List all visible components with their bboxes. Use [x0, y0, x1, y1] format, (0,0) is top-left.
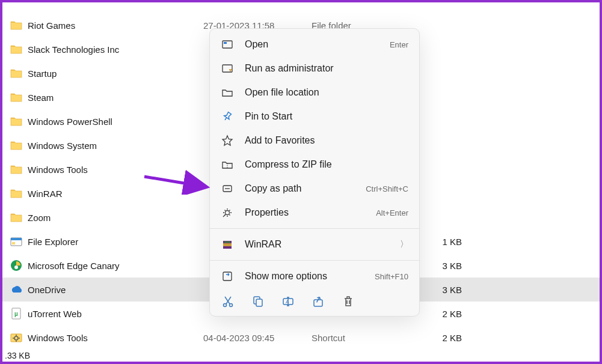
file-name: Windows PowerShell: [23, 117, 203, 127]
menu-item-winrar[interactable]: WinRAR 〉: [210, 232, 419, 256]
menu-label: Open: [234, 39, 390, 50]
menu-item-pin-to-start[interactable]: Pin to Start: [210, 105, 419, 129]
folder-icon: [10, 43, 23, 56]
folder-icon: [10, 19, 23, 32]
svg-rect-21: [256, 299, 262, 306]
annotation-arrow-icon: [142, 168, 212, 195]
menu-item-open-file-location[interactable]: Open file location: [210, 80, 419, 105]
menu-item-add-to-favorites[interactable]: Add to Favorites: [210, 129, 419, 153]
menu-label: Compress to ZIP file: [234, 159, 408, 170]
status-bar: .33 KB: [2, 350, 32, 362]
svg-rect-16: [224, 241, 230, 243]
onedrive-icon: [10, 283, 23, 296]
file-name: File Explorer: [23, 237, 203, 247]
folder-icon: [10, 67, 23, 80]
menu-divider: [210, 228, 419, 229]
delete-button[interactable]: [341, 294, 355, 309]
copy-button[interactable]: [251, 294, 265, 309]
file-row[interactable]: Windows Tools 04-04-2023 09:45 Shortcut …: [2, 326, 600, 350]
star-icon: [221, 134, 234, 147]
file-size: 3 KB: [420, 261, 462, 271]
menu-label: Show more options: [234, 271, 375, 282]
file-type: Shortcut: [312, 333, 420, 343]
menu-label: Run as administrator: [234, 63, 408, 74]
file-name: uTorrent Web: [23, 309, 203, 319]
file-size: 2 KB: [420, 333, 462, 343]
cut-button[interactable]: [221, 294, 235, 309]
menu-item-compress-to-zip-file[interactable]: Compress to ZIP file: [210, 153, 419, 177]
menu-shortcut: Shift+F10: [375, 272, 408, 281]
copy-path-icon: [221, 182, 234, 195]
menu-item-properties[interactable]: Properties Alt+Enter: [210, 201, 419, 225]
file-name: Startup: [23, 68, 203, 79]
file-name: Zoom: [23, 213, 203, 223]
file-name: Riot Games: [23, 20, 203, 31]
svg-line-25: [144, 177, 206, 187]
more-options-icon: [221, 270, 234, 283]
menu-label: Add to Favorites: [234, 135, 408, 146]
folder-open-icon: [221, 86, 234, 99]
menu-label: WinRAR: [234, 239, 395, 250]
file-name: Windows Tools: [23, 333, 203, 343]
file-date: 04-04-2023 09:45: [203, 333, 312, 343]
file-name: Steam: [23, 93, 203, 103]
svg-text:µ: µ: [14, 311, 18, 317]
svg-rect-10: [224, 42, 227, 44]
pin-icon: [221, 110, 234, 123]
svg-point-19: [230, 304, 233, 307]
folder-icon: [10, 115, 23, 128]
menu-item-run-as-administrator[interactable]: Run as administrator: [210, 56, 419, 80]
file-name: Microsoft Edge Canary: [23, 261, 203, 271]
menu-shortcut: Alt+Enter: [376, 208, 408, 217]
utorrent-icon: µ: [10, 307, 23, 320]
winrar-icon: [221, 238, 234, 251]
folder-icon: [10, 163, 23, 176]
svg-rect-9: [223, 41, 232, 48]
file-size: 3 KB: [420, 285, 462, 295]
svg-text:A: A: [286, 299, 289, 305]
rename-button[interactable]: A: [281, 294, 295, 309]
zip-icon: [221, 158, 234, 171]
svg-rect-1: [11, 238, 22, 240]
svg-point-18: [224, 304, 227, 307]
share-button[interactable]: [311, 294, 325, 309]
file-size: 2 KB: [420, 309, 462, 319]
folder-icon: [10, 187, 23, 200]
menu-label: Copy as path: [234, 183, 366, 194]
context-menu: Open Enter Run as administrator Open fil…: [209, 28, 420, 317]
svg-rect-17: [223, 272, 232, 281]
properties-icon: [221, 206, 234, 219]
file-size: 1 KB: [420, 237, 462, 247]
menu-item-show-more-options[interactable]: Show more options Shift+F10: [210, 264, 419, 288]
admin-icon: [221, 62, 234, 75]
svg-rect-2: [12, 242, 15, 244]
chevron-right-icon: 〉: [395, 239, 408, 250]
menu-label: Properties: [234, 207, 376, 218]
svg-point-4: [14, 265, 18, 269]
folder-icon: [10, 139, 23, 152]
open-icon: [221, 38, 234, 51]
file-name: Slack Technologies Inc: [23, 44, 203, 55]
svg-point-13: [226, 211, 230, 215]
windows-tools-icon: [10, 331, 23, 344]
folder-icon: [10, 91, 23, 104]
edge-canary-icon: [10, 259, 23, 272]
menu-icon-bar: A: [210, 288, 419, 312]
menu-item-open[interactable]: Open Enter: [210, 32, 419, 56]
menu-divider: [210, 260, 419, 261]
folder-icon: [10, 211, 23, 224]
menu-label: Open file location: [234, 87, 408, 98]
file-explorer-icon: [10, 235, 23, 248]
svg-rect-15: [223, 243, 232, 246]
svg-rect-24: [314, 300, 322, 306]
menu-item-copy-as-path[interactable]: Copy as path Ctrl+Shift+C: [210, 177, 419, 201]
file-name: OneDrive: [23, 285, 203, 295]
menu-shortcut: Enter: [390, 40, 408, 49]
file-name: Windows System: [23, 141, 203, 151]
menu-shortcut: Ctrl+Shift+C: [366, 184, 408, 193]
menu-label: Pin to Start: [234, 111, 408, 122]
